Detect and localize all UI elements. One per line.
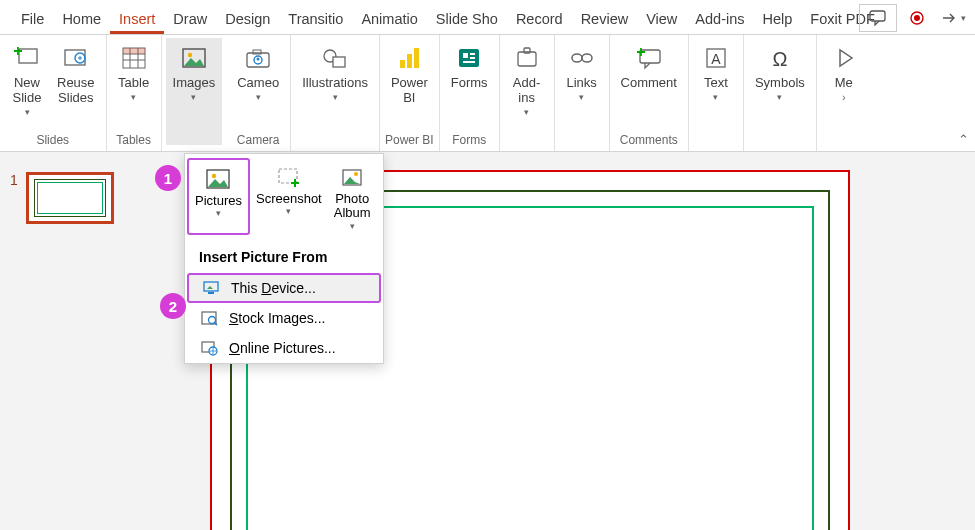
svg-rect-19	[333, 57, 345, 67]
slide-number: 1	[10, 172, 18, 188]
collapse-ribbon-button[interactable]: ⌃	[958, 132, 969, 147]
comment-icon	[869, 10, 887, 26]
svg-rect-42	[208, 292, 214, 294]
svg-point-31	[582, 54, 592, 62]
group-camera: Cameo ▾ Camera	[226, 35, 291, 151]
tab-home[interactable]: Home	[53, 5, 110, 34]
addins-button[interactable]: Add- ins ▾	[504, 38, 550, 145]
device-icon	[201, 280, 221, 296]
links-icon	[569, 42, 595, 74]
svg-rect-11	[123, 48, 145, 54]
chevron-down-icon: ▾	[191, 92, 196, 102]
svg-rect-26	[470, 57, 475, 59]
tab-addins[interactable]: Add-ins	[686, 5, 753, 34]
media-icon	[834, 42, 854, 74]
workspace: 1	[0, 152, 975, 530]
svg-rect-27	[463, 61, 475, 63]
addins-icon	[514, 42, 540, 74]
screenshot-button[interactable]: Screenshot ▾	[250, 158, 328, 235]
online-icon	[199, 340, 219, 356]
tab-insert[interactable]: Insert	[110, 5, 164, 34]
online-pictures-item[interactable]: Online Pictures...	[185, 333, 383, 363]
new-slide-button[interactable]: New Slide ▾	[4, 38, 50, 131]
svg-rect-21	[407, 54, 412, 68]
annotation-callout-2: 2	[160, 293, 186, 319]
images-button[interactable]: Images ▾	[166, 38, 223, 145]
svg-point-40	[354, 172, 358, 176]
photo-album-label: Photo Album	[334, 192, 371, 221]
this-device-item[interactable]: This Device...	[187, 273, 381, 303]
links-label: Links	[566, 76, 596, 91]
cameo-button[interactable]: Cameo ▾	[230, 38, 286, 131]
chevron-down-icon: ▾	[256, 92, 261, 102]
text-icon: A	[704, 42, 728, 74]
svg-rect-20	[400, 60, 405, 68]
chevron-down-icon: ▾	[777, 92, 782, 102]
group-forms: Forms Forms	[440, 35, 500, 151]
reuse-slides-button[interactable]: Reuse Slides	[50, 38, 102, 131]
group-powerbi-label: Power BI	[384, 131, 435, 150]
online-pictures-label: Online Pictures...	[229, 340, 336, 356]
pictures-label: Pictures	[195, 194, 242, 208]
chevron-down-icon: ▾	[524, 107, 529, 117]
tab-record[interactable]: Record	[507, 5, 572, 34]
links-button[interactable]: Links ▾	[559, 38, 605, 145]
ribbon: New Slide ▾ Reuse Slides Slides Table ▾ …	[0, 35, 975, 152]
tab-file[interactable]: File	[12, 5, 53, 34]
table-icon	[121, 42, 147, 74]
images-label: Images	[173, 76, 216, 91]
media-button[interactable]: Me ›	[821, 38, 867, 145]
stock-icon	[199, 310, 219, 326]
tab-slideshow[interactable]: Slide Sho	[427, 5, 507, 34]
stock-images-item[interactable]: Stock Images...	[185, 303, 383, 333]
text-button[interactable]: A Text ▾	[693, 38, 739, 145]
pictures-icon	[204, 164, 232, 194]
group-forms-label: Forms	[444, 131, 495, 150]
tab-design[interactable]: Design	[216, 5, 279, 34]
record-button[interactable]	[899, 4, 934, 32]
group-links: Links ▾	[555, 35, 610, 151]
symbols-button[interactable]: Ω Symbols ▾	[748, 38, 812, 145]
group-powerbi: Power BI Power BI	[380, 35, 440, 151]
slide-thumbnail-1[interactable]: 1	[10, 172, 140, 224]
group-comments-label: Comments	[614, 131, 684, 150]
chevron-down-icon: ▾	[350, 221, 355, 231]
tab-draw[interactable]: Draw	[164, 5, 216, 34]
tab-animations[interactable]: Animatio	[352, 5, 426, 34]
svg-rect-23	[459, 49, 479, 67]
comment-icon	[635, 42, 663, 74]
text-label: Text	[704, 76, 728, 91]
share-icon	[941, 11, 959, 25]
illustrations-button[interactable]: Illustrations ▾	[295, 38, 375, 145]
chevron-down-icon: ▾	[131, 92, 136, 102]
powerbi-button[interactable]: Power BI	[384, 38, 435, 131]
comments-button[interactable]	[859, 4, 897, 32]
chevron-down-icon: ▾	[25, 107, 30, 117]
this-device-label: This Device...	[231, 280, 316, 296]
photo-album-button[interactable]: Photo Album ▾	[328, 158, 377, 235]
pictures-button[interactable]: Pictures ▾	[187, 158, 250, 235]
symbols-label: Symbols	[755, 76, 805, 91]
record-icon	[909, 10, 925, 26]
svg-rect-41	[204, 282, 218, 291]
media-label: Me	[835, 76, 853, 91]
tab-help[interactable]: Help	[754, 5, 802, 34]
svg-rect-25	[470, 53, 475, 55]
chevron-down-icon: ▾	[713, 92, 718, 102]
svg-rect-24	[463, 53, 468, 58]
tab-view[interactable]: View	[637, 5, 686, 34]
table-button[interactable]: Table ▾	[111, 38, 157, 131]
share-button[interactable]: ▾	[936, 4, 971, 32]
comment-label: Comment	[621, 76, 677, 91]
comment-button[interactable]: Comment	[614, 38, 684, 131]
group-tables-label: Tables	[111, 131, 157, 150]
tab-transitions[interactable]: Transitio	[279, 5, 352, 34]
group-addins: Add- ins ▾	[500, 35, 555, 151]
group-symbols: Ω Symbols ▾	[744, 35, 817, 151]
chevron-down-icon: ▾	[579, 92, 584, 102]
group-camera-label: Camera	[230, 131, 286, 150]
svg-rect-22	[414, 48, 419, 68]
tab-review[interactable]: Review	[572, 5, 638, 34]
forms-button[interactable]: Forms	[444, 38, 495, 131]
chevron-down-icon: ▾	[333, 92, 338, 102]
